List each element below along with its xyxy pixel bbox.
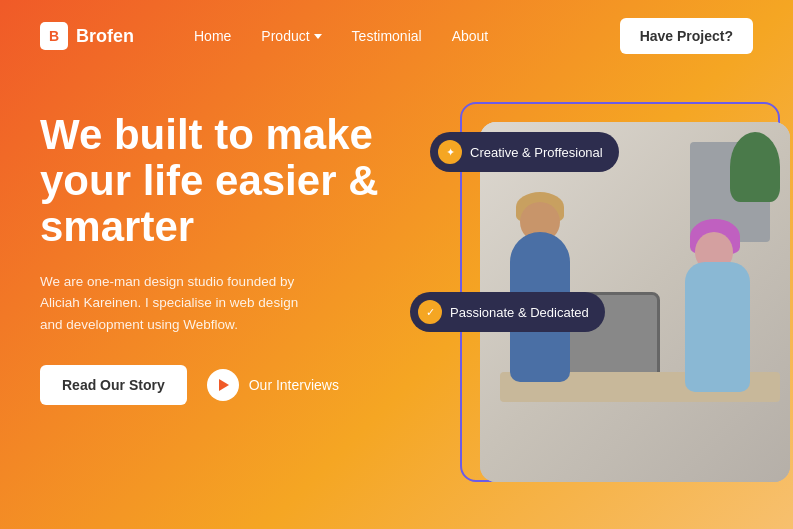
badge-passionate: ✓ Passionate & Dedicated bbox=[410, 292, 605, 332]
navbar: B Brofen Home Product Testimonial About … bbox=[0, 0, 793, 72]
logo-icon: B bbox=[40, 22, 68, 50]
person-standing bbox=[500, 182, 600, 382]
person2-body bbox=[685, 262, 750, 392]
badge-creative-label: Creative & Proffesional bbox=[470, 145, 603, 160]
badge-passionate-icon: ✓ bbox=[418, 300, 442, 324]
logo-text: Brofen bbox=[76, 26, 134, 47]
hero-buttons: Read Our Story Our Interviews bbox=[40, 365, 400, 405]
plant-decor bbox=[730, 132, 780, 202]
hero-headline: We built to make your life easier & smar… bbox=[40, 112, 400, 251]
badge-creative-icon: ✦ bbox=[438, 140, 462, 164]
nav-product[interactable]: Product bbox=[261, 28, 321, 44]
interviews-button[interactable]: Our Interviews bbox=[207, 369, 339, 401]
hero-subtext: We are one-man design studio founded by … bbox=[40, 271, 320, 336]
hero-section: We built to make your life easier & smar… bbox=[0, 72, 793, 529]
nav-about[interactable]: About bbox=[452, 28, 489, 44]
nav-testimonial[interactable]: Testimonial bbox=[352, 28, 422, 44]
have-project-button[interactable]: Have Project? bbox=[620, 18, 753, 54]
chevron-down-icon bbox=[314, 34, 322, 39]
badge-creative: ✦ Creative & Proffesional bbox=[430, 132, 619, 172]
logo[interactable]: B Brofen bbox=[40, 22, 134, 50]
badge-passionate-label: Passionate & Dedicated bbox=[450, 305, 589, 320]
interviews-label: Our Interviews bbox=[249, 377, 339, 393]
hero-right: ✦ Creative & Proffesional ✓ Passionate &… bbox=[420, 92, 753, 512]
nav-product-label: Product bbox=[261, 28, 309, 44]
nav-links: Home Product Testimonial About bbox=[194, 28, 620, 44]
play-icon bbox=[207, 369, 239, 401]
play-triangle-icon bbox=[219, 379, 229, 391]
hero-left: We built to make your life easier & smar… bbox=[40, 92, 400, 405]
person-seated bbox=[680, 212, 770, 392]
nav-home[interactable]: Home bbox=[194, 28, 231, 44]
read-story-button[interactable]: Read Our Story bbox=[40, 365, 187, 405]
